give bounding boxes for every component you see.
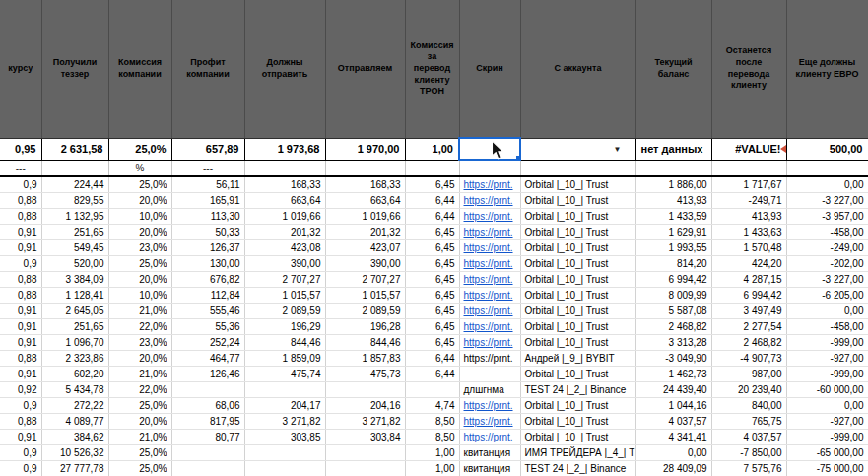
screenshot-link[interactable]: https://prnt. xyxy=(464,227,513,238)
screenshot-link[interactable]: https://prnt. xyxy=(464,321,513,332)
cell-account[interactable]: Orbital |_10_| Trust xyxy=(520,366,635,381)
cell-owed_eur[interactable]: -999,00 xyxy=(786,334,868,350)
cell-company_commission[interactable]: 21,0% xyxy=(108,303,171,318)
cell-company_commission[interactable]: 25,0% xyxy=(108,255,171,271)
cell-tron_fee[interactable]: 6,44 xyxy=(405,350,459,366)
cell-must_send[interactable]: 168,33 xyxy=(244,176,325,192)
cell-screen[interactable]: https://prnt. xyxy=(459,397,520,413)
summary-cell-after_transfer[interactable]: #VALUE! xyxy=(711,138,786,160)
cell-after_transfer[interactable]: -4 907,73 xyxy=(711,350,786,366)
cell-screen[interactable]: https://prnt. xyxy=(459,208,520,224)
cell-owed_eur[interactable]: -6 205,00 xyxy=(786,287,868,303)
cell-must_send[interactable]: 475,74 xyxy=(244,366,325,381)
screenshot-link[interactable]: https://prnt. xyxy=(464,195,513,206)
cell-after_transfer[interactable]: 2 468,82 xyxy=(711,334,786,350)
cell-rate[interactable]: 0,91 xyxy=(0,366,41,381)
cell-after_transfer[interactable]: -249,71 xyxy=(711,192,786,208)
cell-company_commission[interactable]: 10,0% xyxy=(108,208,171,224)
cell-company_profit[interactable]: 676,82 xyxy=(171,271,244,287)
cell-owed_eur[interactable]: -458,00 xyxy=(786,318,868,334)
cell-account[interactable]: Orbital |_10_| Trust xyxy=(520,397,635,413)
summary-cell-rate[interactable]: 0,95 xyxy=(0,138,41,160)
cell-owed_eur[interactable]: -999,00 xyxy=(786,366,868,381)
cell-sending[interactable]: 390,00 xyxy=(325,255,405,271)
cell-company_commission[interactable]: 25,0% xyxy=(108,460,171,476)
cell-company_profit[interactable]: 555,46 xyxy=(171,303,244,318)
cell-received_tether[interactable]: 251,65 xyxy=(41,318,108,334)
cell-company_profit[interactable]: 252,24 xyxy=(171,334,244,350)
cell-screen[interactable]: https://prnt. xyxy=(459,192,520,208)
units-cell-must_send[interactable] xyxy=(244,160,325,176)
screenshot-link[interactable]: https://prnt. xyxy=(464,290,513,301)
units-cell-owed_eur[interactable] xyxy=(786,160,868,176)
column-header-screen[interactable]: Скрин xyxy=(459,0,520,138)
column-header-company_commission[interactable]: Комиссия компании xyxy=(108,0,171,138)
cell-owed_eur[interactable]: -60 000,00 xyxy=(786,381,868,397)
screenshot-link[interactable]: https://prnt. xyxy=(464,432,513,442)
cell-must_send[interactable]: 3 271,82 xyxy=(244,413,325,429)
cell-account[interactable]: Orbital |_10_| Trust xyxy=(520,255,635,271)
screenshot-link[interactable]: https://prnt. xyxy=(464,211,513,222)
cell-screen[interactable]: https://prnt. xyxy=(459,334,520,350)
summary-cell-screen[interactable] xyxy=(459,138,520,160)
cell-after_transfer[interactable]: 6 994,42 xyxy=(711,287,786,303)
cell-current_balance[interactable]: 1 629,91 xyxy=(635,224,711,239)
cell-sending[interactable]: 303,84 xyxy=(325,429,405,444)
cell-rate[interactable]: 0,88 xyxy=(0,413,41,429)
account-dropdown-arrow-icon[interactable]: ▼ xyxy=(614,145,622,154)
cell-rate[interactable]: 0,88 xyxy=(0,287,41,303)
cell-account[interactable]: Orbital |_10_| Trust xyxy=(520,413,635,429)
cell-sending[interactable]: 1 019,66 xyxy=(325,208,405,224)
cell-current_balance[interactable]: 4 341,41 xyxy=(635,429,711,444)
cell-company_profit[interactable]: 126,46 xyxy=(171,366,244,381)
cell-owed_eur[interactable]: -999,00 xyxy=(786,429,868,444)
cell-current_balance[interactable]: 1 993,55 xyxy=(635,239,711,255)
cell-company_profit[interactable]: 817,95 xyxy=(171,413,244,429)
cell-must_send[interactable]: 663,64 xyxy=(244,192,325,208)
cell-sending[interactable] xyxy=(325,444,405,460)
cell-company_commission[interactable]: 25,0% xyxy=(108,444,171,460)
cell-company_profit[interactable]: 126,37 xyxy=(171,239,244,255)
screenshot-link[interactable]: https://prnt. xyxy=(464,400,513,411)
cell-after_transfer[interactable]: 1 717,67 xyxy=(711,176,786,192)
summary-cell-received_tether[interactable]: 2 631,58 xyxy=(41,138,108,160)
cell-must_send[interactable]: 204,17 xyxy=(244,397,325,413)
cell-screen[interactable]: https://prnt. xyxy=(459,350,520,366)
cell-rate[interactable]: 0,91 xyxy=(0,239,41,255)
cell-rate[interactable]: 0,91 xyxy=(0,429,41,444)
cell-after_transfer[interactable]: 7 575,76 xyxy=(711,460,786,476)
cell-company_profit[interactable]: 464,77 xyxy=(171,350,244,366)
cell-tron_fee[interactable]: 8,50 xyxy=(405,429,459,444)
summary-cell-owed_eur[interactable]: 500,00 xyxy=(786,138,868,160)
cell-screen[interactable]: https://prnt. xyxy=(459,413,520,429)
cell-received_tether[interactable]: 384,62 xyxy=(41,429,108,444)
cell-sending[interactable]: 201,32 xyxy=(325,224,405,239)
screenshot-link[interactable]: https://prnt. xyxy=(464,258,513,269)
cell-company_commission[interactable]: 20,0% xyxy=(108,271,171,287)
cell-owed_eur[interactable]: -3 957,00 xyxy=(786,208,868,224)
cell-account[interactable]: TEST 24 |_2_| Binance xyxy=(520,460,635,476)
cell-company_commission[interactable]: 21,0% xyxy=(108,366,171,381)
cell-received_tether[interactable]: 549,45 xyxy=(41,239,108,255)
units-cell-after_transfer[interactable] xyxy=(711,160,786,176)
cell-company_commission[interactable]: 22,0% xyxy=(108,381,171,397)
cell-company_profit[interactable]: 113,30 xyxy=(171,208,244,224)
cell-rate[interactable]: 0,88 xyxy=(0,271,41,287)
cell-company_profit[interactable] xyxy=(171,381,244,397)
cell-current_balance[interactable]: 413,93 xyxy=(635,192,711,208)
cell-received_tether[interactable]: 27 777,78 xyxy=(41,460,108,476)
cell-rate[interactable]: 0,9 xyxy=(0,255,41,271)
cell-must_send[interactable] xyxy=(244,444,325,460)
cell-account[interactable]: Orbital |_10_| Trust xyxy=(520,287,635,303)
cell-company_commission[interactable]: 20,0% xyxy=(108,192,171,208)
column-header-tron_fee[interactable]: Комиссия за перевод клиенту ТРОН xyxy=(405,0,459,138)
units-cell-tron_fee[interactable] xyxy=(405,160,459,176)
cell-owed_eur[interactable]: -249,00 xyxy=(786,239,868,255)
cell-current_balance[interactable]: 3 313,28 xyxy=(635,334,711,350)
screenshot-link[interactable]: https://prnt. xyxy=(464,274,513,285)
cell-rate[interactable]: 0,91 xyxy=(0,224,41,239)
column-header-sending[interactable]: Отправляем xyxy=(325,0,405,138)
cell-received_tether[interactable]: 2 645,05 xyxy=(41,303,108,318)
cell-tron_fee[interactable]: 4,74 xyxy=(405,397,459,413)
cell-tron_fee[interactable]: 8,50 xyxy=(405,413,459,429)
